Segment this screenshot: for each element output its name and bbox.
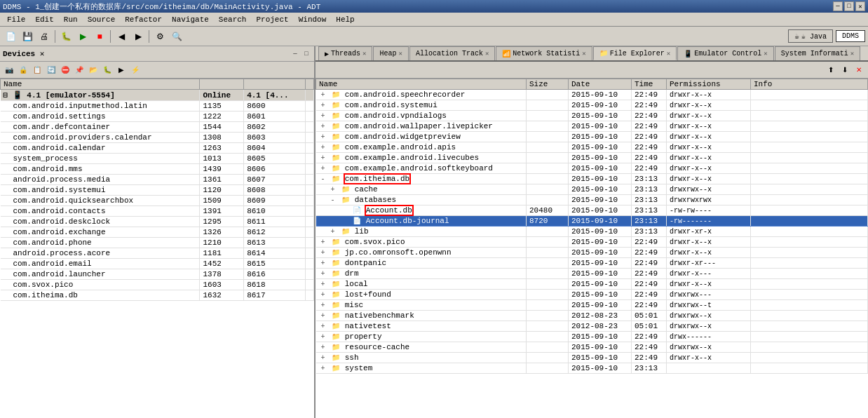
file-list[interactable]: Name Size Date Time Permissions Info + 📁… <box>316 79 868 418</box>
file-row[interactable]: - 📁 com.itheima.db 2015-09-10 23:13 drwx… <box>316 174 868 184</box>
expand-icon[interactable]: + <box>319 312 327 320</box>
pull-file-btn[interactable]: ⬇ <box>839 64 851 76</box>
file-row[interactable]: + 📁 drm 2015-09-10 22:49 drwxr-x--- <box>316 269 868 279</box>
device-row[interactable]: com.android.phone 1210 8613 <box>1 238 314 248</box>
file-explorer-close[interactable]: ✕ <box>667 50 670 58</box>
panel-maximize-btn[interactable]: □ <box>301 49 311 59</box>
expand-icon[interactable]: + <box>319 102 327 109</box>
expand-icon[interactable]: + <box>319 333 327 341</box>
file-row[interactable]: + 📁 system 2015-09-10 23:13 <box>316 363 868 374</box>
tab-allocation-track[interactable]: Allocation Track ✕ <box>409 46 495 60</box>
tab-heap[interactable]: Heap ✕ <box>373 46 408 60</box>
stop-button[interactable]: ■ <box>92 29 107 44</box>
expand-icon[interactable]: + <box>319 302 327 309</box>
run-button[interactable]: ▶ <box>75 29 90 44</box>
expand-icon[interactable]: - <box>329 196 337 204</box>
menu-edit[interactable]: Edit <box>31 14 57 25</box>
file-row[interactable]: + 📁 misc 2015-09-10 22:49 drwxrwx--t <box>316 300 868 311</box>
dev-toolbar-3[interactable]: 📋 <box>31 64 43 76</box>
maximize-button[interactable]: □ <box>844 1 854 11</box>
file-row[interactable]: 📄 Account.db 20480 2015-09-10 23:13 -rw-… <box>316 205 868 216</box>
expand-icon[interactable]: + <box>319 238 327 246</box>
expand-icon[interactable]: + <box>319 154 327 162</box>
file-row[interactable]: + 📁 dontpanic 2015-09-10 22:49 drwxr-xr-… <box>316 258 868 269</box>
allocation-close[interactable]: ✕ <box>485 50 489 58</box>
device-row[interactable]: com.android.quicksearchbox 1509 8609 <box>1 196 314 206</box>
device-row[interactable]: com.android.email 1452 8615 <box>1 259 314 269</box>
file-row[interactable]: + 📁 com.android.wallpaper.livepicker 201… <box>316 121 868 132</box>
close-button[interactable]: ✕ <box>855 1 865 11</box>
forward-button[interactable]: ▶ <box>130 29 146 44</box>
device-row[interactable]: com.android.contacts 1391 8610 <box>1 206 314 217</box>
menu-project[interactable]: Project <box>252 14 292 25</box>
file-row[interactable]: + 📁 com.svox.pico 2015-09-10 22:49 drwxr… <box>316 237 868 248</box>
toolbar-btn-5[interactable]: ⚙ <box>152 29 168 44</box>
expand-icon[interactable]: + <box>319 133 327 141</box>
file-row[interactable]: + 📁 resource-cache 2015-09-10 22:49 drwx… <box>316 342 868 353</box>
heap-close[interactable]: ✕ <box>398 50 402 58</box>
expand-icon[interactable]: + <box>319 365 327 372</box>
file-row[interactable]: + 📁 com.example.android.livecubes 2015-0… <box>316 153 868 163</box>
menu-source[interactable]: Source <box>83 14 120 25</box>
menu-navigate[interactable]: Navigate <box>168 14 213 25</box>
device-row[interactable]: android.process.acore 1181 8614 <box>1 248 314 259</box>
expand-icon[interactable]: + <box>329 228 337 236</box>
debug-button[interactable]: 🐛 <box>58 29 74 44</box>
new-button[interactable]: 📄 <box>3 29 18 44</box>
expand-icon[interactable]: + <box>319 165 327 173</box>
expand-icon[interactable]: + <box>319 281 327 288</box>
dev-toolbar-1[interactable]: 📷 <box>3 64 15 76</box>
panel-minimize-btn[interactable]: ─ <box>290 49 300 59</box>
tab-system-info[interactable]: System Informati ✕ <box>775 46 860 60</box>
ddms-perspective-btn[interactable]: DDMS <box>836 30 865 42</box>
expand-icon[interactable]: + <box>319 91 327 99</box>
menu-search[interactable]: Search <box>215 14 251 25</box>
dev-toolbar-9[interactable]: ▶ <box>115 64 128 76</box>
menu-help[interactable]: Help <box>332 14 358 25</box>
file-row[interactable]: + 📁 com.example.android.softkeyboard 201… <box>316 163 868 174</box>
expand-icon[interactable]: + <box>319 344 327 351</box>
device-row[interactable]: com.android.exchange 1326 8612 <box>1 227 314 238</box>
file-row[interactable]: + 📁 com.android.vpndialogs 2015-09-10 22… <box>316 111 868 121</box>
file-row[interactable]: - 📁 databases 2015-09-10 23:13 drwxrwxrw… <box>316 195 868 205</box>
back-button[interactable]: ◀ <box>114 29 129 44</box>
network-close[interactable]: ✕ <box>582 50 585 58</box>
device-row[interactable]: com.android.launcher 1378 8616 <box>1 269 314 280</box>
file-row[interactable]: + 📁 com.android.widgetpreview 2015-09-10… <box>316 132 868 142</box>
file-row[interactable]: + 📁 nativetest 2012-08-23 05:01 drwxrwx-… <box>316 321 868 332</box>
dev-toolbar-6[interactable]: 📌 <box>73 64 86 76</box>
expand-icon[interactable]: + <box>319 259 327 267</box>
toolbar-btn-6[interactable]: 🔍 <box>169 29 184 44</box>
expand-icon[interactable]: - <box>319 175 327 183</box>
file-row[interactable]: + 📁 com.example.android.apis 2015-09-10 … <box>316 142 868 153</box>
file-row[interactable]: + 📁 jp.co.omronsoft.openwnn 2015-09-10 2… <box>316 248 868 258</box>
save-button[interactable]: 💾 <box>20 29 35 44</box>
tab-file-explorer[interactable]: 📁 File Explorer ✕ <box>593 46 677 60</box>
device-row[interactable]: system_process 1013 8605 <box>1 154 314 164</box>
file-row[interactable]: 📄 Account.db-journal 8720 2015-09-10 23:… <box>316 216 868 227</box>
tab-threads[interactable]: ▶ Threads ✕ <box>318 46 372 60</box>
device-row[interactable]: com.android.inputmethod.latin 1135 8600 <box>1 101 314 112</box>
menu-run[interactable]: Run <box>60 14 82 25</box>
expand-icon[interactable]: + <box>319 354 327 362</box>
expand-icon[interactable]: + <box>319 144 327 151</box>
device-row[interactable]: com.android.settings 1222 8601 <box>1 112 314 122</box>
system-info-close[interactable]: ✕ <box>850 50 854 58</box>
dev-toolbar-4[interactable]: 🔄 <box>45 64 57 76</box>
tab-emulator-control[interactable]: 📱 Emulator Control ✕ <box>677 46 773 60</box>
device-row[interactable]: ⊟ 📱 4.1 [emulator-5554] Online 4.1 [4... <box>1 90 314 101</box>
emulator-close[interactable]: ✕ <box>764 50 767 58</box>
device-row[interactable]: com.svox.pico 1603 8618 <box>1 280 314 290</box>
expand-icon[interactable]: + <box>319 249 327 257</box>
push-file-btn[interactable]: ⬆ <box>825 64 837 76</box>
device-row[interactable]: com.itheima.db 1632 8617 <box>1 290 314 301</box>
file-row[interactable]: + 📁 com.android.speechrecorder 2015-09-1… <box>316 90 868 100</box>
file-row[interactable]: + 📁 property 2015-09-10 22:49 drwx------ <box>316 332 868 342</box>
device-row[interactable]: com.android.mms 1439 8606 <box>1 164 314 175</box>
threads-close[interactable]: ✕ <box>362 50 366 58</box>
menu-file[interactable]: File <box>3 14 29 25</box>
device-list[interactable]: Name ⊟ 📱 4.1 [emulator-5554] Online 4.1 … <box>0 79 314 418</box>
device-row[interactable]: com.android.deskclock 1295 8611 <box>1 217 314 227</box>
minimize-button[interactable]: ─ <box>833 1 843 11</box>
device-row[interactable]: com.andr.defcontainer 1544 8602 <box>1 122 314 133</box>
